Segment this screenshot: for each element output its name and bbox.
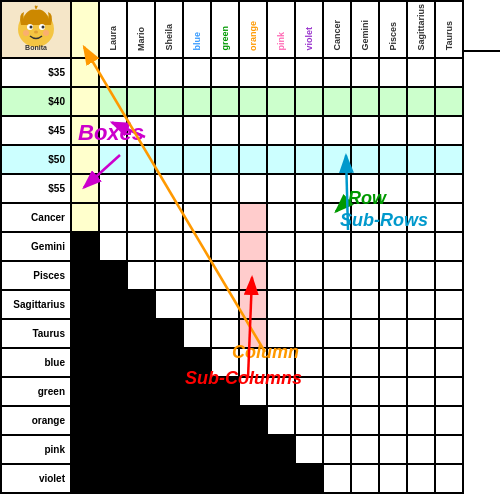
grid-cell xyxy=(99,203,127,232)
grid-cell xyxy=(435,435,463,464)
grid-cell xyxy=(155,232,183,261)
grid-cell xyxy=(267,261,295,290)
grid-cell xyxy=(127,348,155,377)
col-header-green: green xyxy=(211,1,239,58)
grid-cell xyxy=(295,174,323,203)
col-header-pink: pink xyxy=(267,1,295,58)
grid-cell xyxy=(407,435,435,464)
grid-cell xyxy=(351,377,379,406)
row-header-blue: blue xyxy=(1,348,71,377)
sub-columns-label: Sub-Columns xyxy=(185,368,302,389)
grid-cell xyxy=(155,261,183,290)
grid-cell xyxy=(127,406,155,435)
grid-cell xyxy=(211,58,239,87)
grid-cell xyxy=(99,58,127,87)
grid-cell xyxy=(211,435,239,464)
grid-cell xyxy=(155,435,183,464)
grid-cell xyxy=(99,145,127,174)
grid-cell xyxy=(183,203,211,232)
grid-cell xyxy=(267,464,295,493)
grid-cell xyxy=(71,348,99,377)
grid-cell xyxy=(211,406,239,435)
col-header-orange: orange xyxy=(239,1,267,58)
grid-cell xyxy=(379,377,407,406)
grid-cell xyxy=(99,232,127,261)
row-header-50: $50 xyxy=(1,145,71,174)
grid-cell xyxy=(183,116,211,145)
grid-cell xyxy=(239,261,267,290)
grid-cell xyxy=(435,232,463,261)
row-header-pink: pink xyxy=(1,435,71,464)
grid-cell xyxy=(435,261,463,290)
grid-cell xyxy=(351,464,379,493)
grid-cell xyxy=(183,87,211,116)
grid-cell xyxy=(379,116,407,145)
grid-cell xyxy=(211,232,239,261)
boxes-label: Boxes xyxy=(78,120,144,146)
grid-cell xyxy=(295,406,323,435)
grid-cell xyxy=(379,58,407,87)
grid-cell xyxy=(295,58,323,87)
grid-cell xyxy=(211,464,239,493)
grid-cell xyxy=(183,145,211,174)
grid-cell xyxy=(239,406,267,435)
grid-cell xyxy=(351,232,379,261)
grid-cell xyxy=(323,406,351,435)
grid-cell xyxy=(183,435,211,464)
grid-cell xyxy=(435,87,463,116)
col-header-laura: Laura xyxy=(99,1,127,58)
grid-cell xyxy=(71,145,99,174)
grid-cell xyxy=(71,203,99,232)
grid-cell xyxy=(295,145,323,174)
grid-cell xyxy=(435,290,463,319)
grid-cell xyxy=(211,203,239,232)
grid-cell xyxy=(155,87,183,116)
grid-cell xyxy=(239,203,267,232)
grid-cell xyxy=(155,116,183,145)
grid-cell xyxy=(71,290,99,319)
grid-cell xyxy=(379,319,407,348)
grid-cell xyxy=(323,435,351,464)
grid-cell xyxy=(239,464,267,493)
grid-cell xyxy=(155,464,183,493)
grid-cell xyxy=(295,290,323,319)
grid-cell xyxy=(127,145,155,174)
grid-cell xyxy=(71,406,99,435)
grid-cell xyxy=(323,145,351,174)
grid-cell xyxy=(239,58,267,87)
svg-point-13 xyxy=(34,31,38,34)
grid-cell xyxy=(127,87,155,116)
grid-cell xyxy=(323,377,351,406)
grid-cell xyxy=(99,319,127,348)
grid-cell xyxy=(379,348,407,377)
grid-cell xyxy=(295,232,323,261)
grid-cell xyxy=(99,87,127,116)
grid-cell xyxy=(407,116,435,145)
grid-cell xyxy=(267,87,295,116)
grid-cell xyxy=(239,87,267,116)
grid-cell xyxy=(127,464,155,493)
grid-cell xyxy=(407,232,435,261)
grid-cell xyxy=(351,406,379,435)
row-header-cancer: Cancer xyxy=(1,203,71,232)
grid-cell xyxy=(267,58,295,87)
grid-cell xyxy=(407,174,435,203)
grid-cell xyxy=(267,145,295,174)
grid-cell xyxy=(155,203,183,232)
grid-cell xyxy=(295,87,323,116)
grid-cell xyxy=(435,319,463,348)
grid-cell xyxy=(323,464,351,493)
grid-cell xyxy=(183,232,211,261)
grid-cell xyxy=(211,174,239,203)
grid-cell xyxy=(379,261,407,290)
grid-cell xyxy=(211,261,239,290)
grid-cell xyxy=(407,87,435,116)
col-header-sagittarius: Sagittarius xyxy=(407,1,435,58)
grid-cell xyxy=(379,406,407,435)
grid-cell xyxy=(267,435,295,464)
grid-cell xyxy=(239,435,267,464)
grid-cell xyxy=(183,58,211,87)
grid-cell xyxy=(155,58,183,87)
grid-cell xyxy=(127,174,155,203)
grid-cell xyxy=(295,203,323,232)
